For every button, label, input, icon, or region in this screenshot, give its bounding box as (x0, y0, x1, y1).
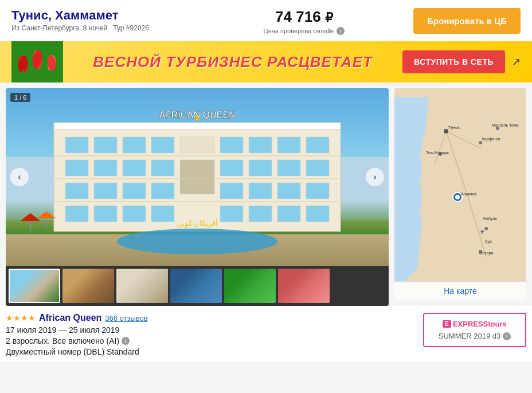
svg-text:Хаммат: Хаммат (460, 191, 477, 196)
svg-rect-13 (65, 137, 88, 153)
guests-info-icon[interactable]: i (122, 337, 130, 345)
svg-rect-42 (151, 206, 174, 222)
svg-point-58 (479, 141, 482, 144)
price-note-text: Цена проверена онлайн (264, 27, 335, 34)
thumbnail-4[interactable] (170, 269, 222, 303)
svg-rect-38 (306, 183, 329, 199)
express-info-icon[interactable]: i (503, 332, 511, 340)
svg-text:AFRICAN QUEEN: AFRICAN QUEEN (159, 110, 235, 120)
svg-rect-22 (65, 160, 88, 176)
map-container[interactable]: Тунис Карфаген Мензель Теми Эль-Мурудж Х… (394, 88, 526, 300)
book-button[interactable]: Бронировать в ЦБ (413, 8, 521, 34)
svg-rect-16 (151, 137, 174, 153)
svg-rect-34 (151, 183, 174, 199)
main-photo: ♛ (6, 88, 389, 266)
header-subtitle: Из Санкт-Петербурга, 8 ночей Тур #92026 (11, 24, 149, 32)
hotel-dates: 17 июля 2019 — 25 июля 2019 (6, 325, 412, 335)
currency-symbol: ₽ (325, 10, 333, 25)
price-display: 74 716 ₽ (264, 8, 345, 26)
price-value: 74 716 (275, 8, 321, 25)
svg-text:Сус: Сус (485, 239, 492, 244)
hotel-name: African Queen (39, 313, 101, 323)
svg-rect-14 (94, 137, 117, 153)
hotel-info-row: ★★★★ African Queen 366 отзывов 17 июля 2… (6, 313, 526, 356)
photo-prev-button[interactable]: ‹ (10, 168, 29, 186)
banner-flowers (11, 41, 63, 82)
svg-text:Карфаген: Карфаген (482, 137, 500, 142)
hotel-info-section: ★★★★ African Queen 366 отзывов 17 июля 2… (0, 306, 532, 362)
express-logo-text: EXPRESStours (453, 320, 507, 328)
svg-text:Эль-Мурудж: Эль-Мурудж (426, 151, 449, 155)
svg-rect-39 (65, 206, 88, 222)
map-link[interactable]: На карте (394, 281, 526, 300)
express-tour-text: SUMMER 2019 d3 (439, 332, 500, 340)
page-header: Тунис, Хаммамет Из Санкт-Петербурга, 8 н… (0, 0, 532, 41)
umbrella-left2 (37, 211, 56, 229)
promo-banner: ВЕСНОЙ ТУРБИЗНЕС РАСЦВЕТАЕТ ВСТУПИТЬ В С… (0, 41, 532, 82)
tour-number: Тур #92026 (113, 24, 149, 32)
thumbnail-2[interactable] (62, 269, 114, 303)
header-right: Бронировать в ЦБ (413, 8, 521, 34)
hotel-info-right: E EXPRESStours SUMMER 2019 d3 i (423, 313, 526, 347)
svg-text:Мензель Теми: Мензель Теми (492, 123, 519, 127)
banner-text: ВЕСНОЙ ТУРБИЗНЕС РАСЦВЕТАЕТ (63, 53, 402, 71)
svg-rect-44 (249, 206, 272, 222)
svg-rect-41 (123, 206, 146, 222)
svg-rect-25 (151, 160, 174, 176)
price-note: Цена проверена онлайн i (264, 27, 345, 35)
photo-thumbnails (6, 266, 389, 306)
thumbnail-6[interactable] (278, 269, 330, 303)
svg-rect-29 (277, 160, 300, 176)
svg-rect-19 (249, 137, 272, 153)
thumbnail-3[interactable] (116, 269, 168, 303)
express-logo: E EXPRESStours (432, 320, 517, 328)
svg-rect-21 (306, 137, 329, 153)
pool (117, 229, 277, 254)
express-card: E EXPRESStours SUMMER 2019 d3 i (423, 313, 526, 347)
svg-rect-40 (94, 206, 117, 222)
svg-rect-18 (220, 137, 243, 153)
hotel-building-wrapper: ♛ (23, 105, 371, 245)
svg-rect-45 (277, 206, 300, 222)
price-info-icon[interactable]: i (337, 27, 345, 35)
hotel-room: Двухместный номер (DBL) Standard (6, 347, 412, 356)
svg-rect-20 (277, 137, 300, 153)
reviews-link[interactable]: 366 отзывов (105, 314, 147, 323)
svg-rect-30 (306, 160, 329, 176)
svg-rect-36 (249, 183, 272, 199)
svg-rect-32 (94, 183, 117, 199)
thumbnail-5[interactable] (224, 269, 276, 303)
express-logo-badge: E (443, 320, 451, 328)
svg-rect-17 (180, 137, 214, 153)
svg-text:Набуль: Набуль (483, 217, 497, 221)
banner-cta: ВСТУПИТЬ В СЕТЬ ↗ (402, 50, 521, 73)
page-title: Тунис, Хаммамет (11, 8, 149, 23)
guests-text: 2 взрослых. Все включено (AI) (6, 336, 119, 345)
hotel-info-left: ★★★★ African Queen 366 отзывов 17 июля 2… (6, 313, 412, 356)
svg-rect-35 (220, 183, 243, 199)
header-left: Тунис, Хаммамет Из Санкт-Петербурга, 8 н… (11, 8, 149, 32)
thumbnail-1[interactable] (9, 269, 60, 303)
svg-text:أفريكان كوين: أفريكان كوين (177, 218, 218, 228)
hotel-name-row: ★★★★ African Queen 366 отзывов (6, 313, 412, 323)
svg-rect-33 (123, 183, 146, 199)
svg-text:✈: ✈ (479, 228, 485, 236)
svg-rect-9 (50, 70, 53, 80)
main-content: ♛ (0, 88, 532, 306)
svg-text:Тунис: Тунис (448, 125, 460, 130)
map-section: Тунис Карфаген Мензель Теми Эль-Мурудж Х… (394, 88, 526, 306)
svg-rect-31 (65, 183, 88, 199)
svg-point-62 (455, 195, 460, 199)
svg-rect-3 (22, 70, 24, 81)
svg-rect-11 (54, 123, 341, 129)
photo-counter: 1 / 6 (10, 93, 30, 102)
svg-rect-24 (123, 160, 146, 176)
svg-rect-6 (36, 69, 38, 81)
svg-rect-27 (220, 160, 243, 176)
svg-rect-23 (94, 160, 117, 176)
banner-button[interactable]: ВСТУПИТЬ В СЕТЬ (402, 50, 505, 73)
departure-info: Из Санкт-Петербурга, 8 ночей (11, 24, 107, 32)
svg-rect-15 (123, 137, 146, 153)
photo-next-button[interactable]: › (366, 168, 384, 186)
photo-section: ♛ (6, 88, 389, 306)
